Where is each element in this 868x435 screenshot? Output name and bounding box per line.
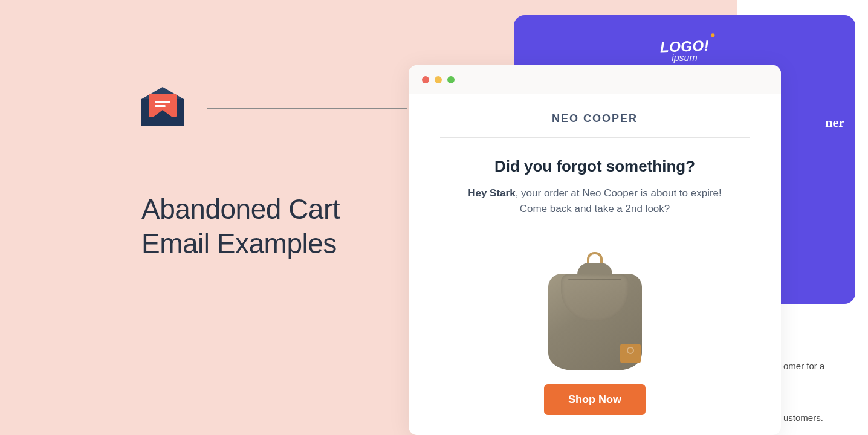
email-headline: Did you forgot something? bbox=[440, 157, 750, 176]
maximize-icon[interactable] bbox=[447, 76, 455, 83]
minimize-icon[interactable] bbox=[435, 76, 442, 83]
greeting-name: Hey Stark bbox=[468, 187, 515, 199]
divider bbox=[440, 137, 750, 138]
email-preview-window: NEO COOPER Did you forgot something? Hey… bbox=[409, 65, 781, 435]
envelope-icon bbox=[141, 91, 184, 126]
logo-sub: ipsum bbox=[514, 53, 855, 63]
message-line-2: Come back and take a 2nd look? bbox=[520, 203, 670, 214]
logo-container: LOGO! ipsum bbox=[514, 38, 855, 63]
purple-card-partial-text: ner bbox=[825, 115, 844, 130]
email-message: Hey Stark, your order at Neo Cooper is a… bbox=[440, 185, 750, 218]
connector-line bbox=[207, 108, 407, 109]
left-heading-area: Abandoned Cart Email Examples bbox=[141, 91, 407, 261]
backpack-product-image bbox=[548, 252, 642, 370]
window-titlebar bbox=[409, 65, 781, 94]
product-image-area bbox=[440, 231, 750, 370]
message-line-1: , your order at Neo Cooper is about to e… bbox=[516, 187, 722, 199]
email-body: NEO COOPER Did you forgot something? Hey… bbox=[409, 94, 781, 415]
side-text-fragment: omer for a bbox=[783, 361, 824, 371]
email-brand: NEO COOPER bbox=[440, 112, 750, 125]
page-title: Abandoned Cart Email Examples bbox=[141, 192, 407, 261]
close-icon[interactable] bbox=[422, 76, 429, 83]
side-text-fragment: ustomers. bbox=[783, 413, 823, 423]
envelope-row bbox=[141, 91, 407, 126]
shop-now-button[interactable]: Shop Now bbox=[544, 384, 646, 415]
